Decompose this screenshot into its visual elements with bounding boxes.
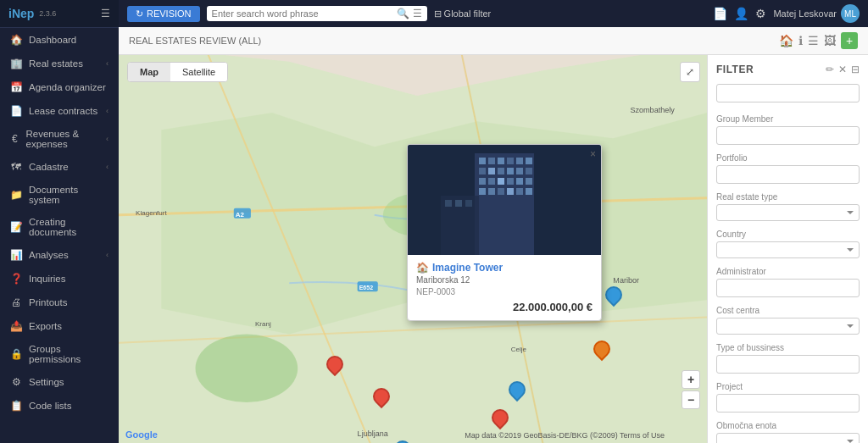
sidebar-item-printouts[interactable]: 🖨 Printouts (0, 291, 119, 314)
popup-address: Mariborska 12 (416, 275, 593, 285)
filter-funnel-icon[interactable]: ⊟ (851, 64, 860, 75)
filter-project-input[interactable] (716, 394, 860, 413)
map-expand-button[interactable]: ⤢ (680, 62, 700, 82)
sidebar-item-cadastre[interactable]: 🗺 Cadastre ‹ (0, 155, 119, 179)
svg-rect-40 (507, 188, 514, 195)
map-tab-satellite[interactable]: Satellite (170, 63, 227, 81)
search-bar: 🔍 ☰ (207, 6, 427, 21)
sidebar-label-settings: Settings (29, 377, 64, 387)
settings-icon: ⚙ (10, 376, 22, 388)
global-filter-button[interactable]: ⊟ Global filter (434, 8, 492, 19)
search-icon: 🔍 (397, 8, 409, 19)
map-tab-map[interactable]: Map (128, 63, 170, 81)
inquiries-icon: ❓ (10, 273, 22, 285)
filter-administrator-input[interactable] (716, 279, 860, 297)
sidebar-label-documents: Documents system (29, 185, 108, 205)
zoom-in-button[interactable]: + (682, 370, 700, 389)
svg-rect-28 (507, 168, 514, 174)
svg-rect-31 (479, 178, 486, 185)
filter-type-bussiness-input[interactable] (716, 355, 860, 374)
sidebar-label-agenda: Agenda organizer (29, 82, 106, 92)
filter-icon: ⊟ (434, 8, 442, 19)
codelists-icon: 📋 (10, 400, 22, 412)
sidebar-item-documents[interactable]: 📁 Documents system (0, 179, 119, 211)
review-bar: REAL ESTATES REVIEW (all) 🏠 ℹ ☰ 🖼 + (119, 27, 868, 55)
filter-project-label: Project (716, 382, 860, 391)
svg-rect-27 (498, 168, 504, 174)
home-action-icon[interactable]: 🏠 (779, 34, 793, 47)
sidebar-label-dashboard: Dashboard (29, 35, 76, 45)
svg-rect-41 (516, 188, 523, 195)
sidebar-item-real-estates[interactable]: 🏢 Real estates ‹ (0, 52, 119, 75)
revision-button[interactable]: ↻ REVISION (127, 6, 200, 22)
documents-icon: 📁 (10, 189, 22, 201)
svg-rect-33 (498, 178, 504, 185)
menu-icon[interactable]: ☰ (413, 8, 422, 19)
filter-edit-icon[interactable]: ✏ (826, 64, 834, 75)
chevron-icon-analyses: ‹ (106, 251, 108, 259)
user-icon[interactable]: 👤 (734, 7, 748, 20)
popup-close-button[interactable]: × (590, 148, 596, 160)
svg-rect-25 (479, 168, 486, 174)
user-info[interactable]: Matej Leskovar ML (773, 4, 860, 23)
filter-portfolio-label: Portfolio (716, 153, 860, 163)
analyses-icon: 📊 (10, 249, 22, 261)
search-input[interactable] (212, 8, 393, 19)
dashboard-icon: 🏠 (10, 34, 22, 46)
google-logo: Google (125, 429, 158, 440)
revision-label: REVISION (147, 8, 192, 19)
map-area[interactable]: Szombathely Klagenfurt Maribor Ljubljana… (119, 55, 707, 443)
sidebar-item-lease[interactable]: 📄 Lease contracts ‹ (0, 99, 119, 123)
svg-rect-29 (516, 168, 523, 174)
svg-rect-19 (479, 158, 486, 164)
svg-rect-30 (526, 168, 532, 174)
filter-search-input[interactable] (716, 84, 860, 102)
zoom-out-button[interactable]: − (682, 390, 700, 409)
groups-icon: 🔒 (10, 348, 22, 360)
filter-portfolio-input[interactable] (716, 165, 860, 184)
sidebar-item-codelists[interactable]: 📋 Code lists (0, 394, 119, 418)
filter-cost-centra-select[interactable] (716, 318, 860, 335)
user-name: Matej Leskovar (773, 8, 837, 19)
sidebar-label-groups: Groups permissions (29, 344, 108, 364)
filter-real-estate-type-select[interactable] (716, 204, 860, 221)
filter-real-estate-type-label: Real estate type (716, 192, 860, 202)
image-action-icon[interactable]: 🖼 (824, 34, 836, 47)
sidebar-item-inquiries[interactable]: ❓ Inquiries (0, 267, 119, 291)
sidebar-item-exports[interactable]: 📤 Exports (0, 314, 119, 338)
map-tabs: Map Satellite (127, 62, 228, 82)
svg-rect-26 (488, 168, 495, 174)
map-filter-container: Szombathely Klagenfurt Maribor Ljubljana… (119, 55, 868, 443)
info-action-icon[interactable]: ℹ (798, 34, 803, 47)
filter-header-icons: ✏ ✕ ⊟ (826, 64, 860, 75)
sidebar-item-creating[interactable]: 📝 Creating documents (0, 211, 119, 243)
hamburger-icon[interactable]: ☰ (101, 8, 110, 19)
document-icon[interactable]: 📄 (713, 7, 727, 20)
list-action-icon[interactable]: ☰ (808, 34, 819, 47)
filter-group-member-label: Group Member (716, 114, 860, 124)
sidebar-label-exports: Exports (29, 321, 62, 331)
sidebar-header: iNep 2.3.6 ☰ (0, 0, 119, 28)
real-estates-icon: 🏢 (10, 58, 22, 69)
svg-point-11 (196, 335, 298, 402)
sidebar-item-revenues[interactable]: € Revenues & expenses ‹ (0, 123, 119, 155)
filter-clear-icon[interactable]: ✕ (838, 64, 847, 75)
svg-rect-47 (408, 145, 475, 255)
sidebar-item-agenda[interactable]: 📅 Agenda organizer (0, 75, 119, 99)
sidebar-item-analyses[interactable]: 📊 Analyses ‹ (0, 243, 119, 267)
sidebar-label-creating: Creating documents (29, 217, 108, 237)
filter-obmocna-select[interactable] (716, 433, 860, 443)
filter-country-select[interactable] (716, 241, 860, 258)
add-button[interactable]: + (841, 32, 858, 49)
sidebar-item-settings[interactable]: ⚙ Settings (0, 370, 119, 394)
map-attribution: Map data ©2019 GeoBasis-DE/BKG (©2009) T… (465, 431, 665, 440)
sidebar-item-dashboard[interactable]: 🏠 Dashboard (0, 28, 119, 52)
filter-group-member-input[interactable] (716, 126, 860, 145)
gear-icon[interactable]: ⚙ (755, 7, 766, 20)
sidebar-label-analyses: Analyses (29, 250, 69, 260)
svg-rect-20 (488, 158, 495, 164)
sidebar-item-groups[interactable]: 🔒 Groups permissions (0, 338, 119, 370)
chevron-icon: ‹ (106, 59, 108, 68)
svg-rect-32 (488, 178, 495, 185)
svg-text:Maribor: Maribor (613, 276, 639, 285)
